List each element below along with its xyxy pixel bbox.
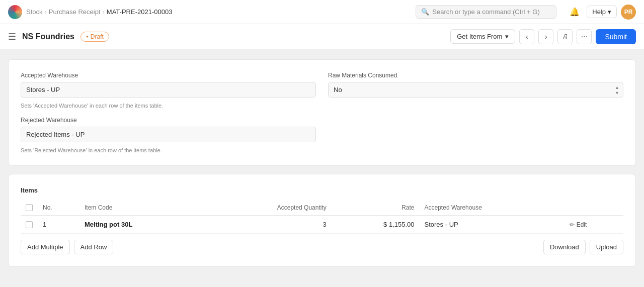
edit-row-button[interactable]: ✏ Edit: [570, 221, 618, 228]
row-accepted-qty: 3: [204, 216, 331, 234]
next-button[interactable]: ›: [538, 29, 553, 44]
accepted-warehouse-group: Accepted Warehouse Sets 'Accepted Wareho…: [21, 72, 316, 109]
row-checkbox-cell: [21, 216, 38, 234]
raw-materials-label: Raw Materials Consumed: [328, 72, 623, 79]
header-accepted-qty: Accepted Quantity: [204, 200, 331, 216]
doc-title: NS Foundries: [22, 32, 74, 41]
header-no: No.: [38, 200, 79, 216]
get-items-label: Get Items From: [457, 33, 502, 40]
rejected-warehouse-input[interactable]: [21, 127, 316, 142]
help-label: Help: [592, 8, 606, 16]
help-button[interactable]: Help ▾: [587, 6, 617, 18]
items-section-title: Items: [21, 186, 623, 194]
avatar: PR: [621, 5, 636, 20]
row-no: 1: [38, 216, 79, 234]
add-row-button[interactable]: Add Row: [74, 240, 114, 254]
get-items-button[interactable]: Get Items From ▾: [450, 29, 515, 44]
hamburger-icon[interactable]: ☰: [8, 31, 16, 42]
rejected-warehouse-label: Rejected Warehouse: [21, 117, 316, 124]
table-footer-right: Download Upload: [543, 240, 623, 254]
accepted-warehouse-input[interactable]: [21, 82, 316, 98]
breadcrumb-sep-2: ›: [102, 8, 104, 16]
draft-badge: Draft: [80, 32, 109, 42]
items-table: No. Item Code Accepted Quantity Rate Acc…: [21, 200, 623, 234]
edit-label: Edit: [577, 221, 587, 228]
raw-materials-select[interactable]: No Yes: [328, 82, 623, 98]
header-accepted-warehouse: Accepted Warehouse: [420, 200, 565, 216]
help-chevron-icon: ▾: [608, 8, 611, 16]
table-header-row: No. Item Code Accepted Quantity Rate Acc…: [21, 200, 623, 216]
sub-nav-right: Get Items From ▾ ‹ › 🖨 ··· Submit: [450, 29, 636, 44]
raw-materials-group: Raw Materials Consumed No Yes ▲ ▼: [328, 72, 623, 98]
more-options-button[interactable]: ···: [577, 29, 592, 44]
row-item-code: Melting pot 30L: [79, 216, 204, 234]
add-multiple-button[interactable]: Add Multiple: [21, 240, 70, 254]
header-actions: [565, 200, 623, 216]
print-button[interactable]: 🖨: [557, 29, 573, 44]
notification-icon[interactable]: 🔔: [567, 4, 583, 20]
header-checkbox-col: [21, 200, 38, 216]
table-footer: Add Multiple Add Row Download Upload: [21, 234, 623, 254]
rejected-warehouse-hint: Sets 'Rejected Warehouse' in each row of…: [21, 147, 316, 153]
right-form-col: Raw Materials Consumed No Yes ▲ ▼: [328, 72, 623, 153]
edit-pencil-icon: ✏: [570, 221, 575, 228]
item-name-text: Melting pot 30L: [85, 221, 132, 228]
sub-nav: ☰ NS Foundries Draft Get Items From ▾ ‹ …: [0, 24, 644, 49]
header-checkbox[interactable]: [26, 204, 33, 211]
search-placeholder-text: Search or type a command (Ctrl + G): [432, 8, 540, 16]
warehouse-form-grid: Accepted Warehouse Sets 'Accepted Wareho…: [21, 72, 623, 153]
main-content: Accepted Warehouse Sets 'Accepted Wareho…: [0, 49, 644, 285]
search-bar[interactable]: 🔍 Search or type a command (Ctrl + G): [416, 5, 556, 19]
nav-right: 🔔 Help ▾ PR: [567, 4, 636, 20]
header-rate: Rate: [332, 200, 420, 216]
table-row: 1 Melting pot 30L 3 $ 1,155.00 Stores - …: [21, 216, 623, 234]
accepted-warehouse-hint: Sets 'Accepted Warehouse' in each row of…: [21, 103, 316, 109]
upload-button[interactable]: Upload: [590, 240, 623, 254]
breadcrumb-purchase-receipt[interactable]: Purchase Receipt: [49, 8, 101, 16]
row-rate: $ 1,155.00: [332, 216, 420, 234]
breadcrumb-stock[interactable]: Stock: [26, 8, 43, 16]
header-item-code: Item Code: [79, 200, 204, 216]
raw-materials-select-wrapper: No Yes ▲ ▼: [328, 82, 623, 98]
download-button[interactable]: Download: [543, 240, 586, 254]
submit-button[interactable]: Submit: [596, 29, 636, 44]
prev-button[interactable]: ‹: [519, 29, 534, 44]
get-items-chevron-icon: ▾: [505, 33, 509, 40]
warehouse-card: Accepted Warehouse Sets 'Accepted Wareho…: [8, 59, 636, 166]
rejected-warehouse-group: Rejected Warehouse Sets 'Rejected Wareho…: [21, 117, 316, 153]
row-checkbox[interactable]: [26, 221, 33, 228]
app-logo: [8, 5, 22, 19]
row-actions-cell: ✏ Edit: [565, 216, 623, 234]
breadcrumb-sep-1: ›: [45, 8, 47, 16]
items-card: Items No. Item Code Accepted Quantity Ra…: [8, 174, 636, 267]
accepted-warehouse-label: Accepted Warehouse: [21, 72, 316, 79]
top-nav: Stock › Purchase Receipt › MAT-PRE-2021-…: [0, 0, 644, 24]
search-icon: 🔍: [421, 8, 429, 16]
table-footer-left: Add Multiple Add Row: [21, 240, 113, 254]
row-accepted-warehouse: Stores - UP: [420, 216, 565, 234]
left-form-col: Accepted Warehouse Sets 'Accepted Wareho…: [21, 72, 316, 153]
breadcrumb: Stock › Purchase Receipt › MAT-PRE-2021-…: [26, 8, 172, 16]
breadcrumb-doc-id: MAT-PRE-2021-00003: [107, 8, 173, 16]
